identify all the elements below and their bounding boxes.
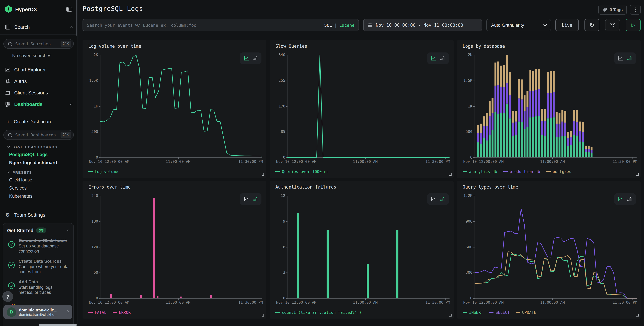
sidebar-dashboard-postgresql-logs[interactable]: PostgreSQL Logs	[9, 152, 48, 157]
legend-item[interactable]: INSERT	[462, 310, 483, 315]
bar-chart-icon[interactable]	[440, 56, 445, 61]
chart-type-toggle[interactable]	[427, 53, 449, 64]
checklist-item[interactable]: Create Data Sources Configure where your…	[7, 259, 69, 274]
checklist-item-title: Create Data Sources	[18, 259, 69, 264]
saved-searches-pill[interactable]: ⌘K	[4, 39, 74, 49]
legend-item[interactable]: production_db	[503, 169, 540, 174]
filter-edit-icon	[610, 22, 615, 28]
sidebar-item-chart-explorer[interactable]: Chart Explorer	[0, 64, 77, 76]
event-search-box[interactable]: SQL | Lucene	[82, 19, 359, 31]
chevron-up-icon[interactable]	[66, 229, 70, 233]
user-menu[interactable]: D dominic.tran@clic... dominic.tran@clic…	[4, 305, 72, 319]
y-axis-tick-label: 0	[470, 296, 472, 300]
x-axis-tick-label: 11:30:00 PM	[426, 300, 450, 305]
bar-chart-icon[interactable]	[440, 196, 445, 202]
chart-legend: countIf(like(arr..ation failed%'))	[276, 310, 362, 315]
user-name: dominic.tran@clic...	[19, 308, 58, 312]
sidebar-item-dashboards[interactable]: Dashboards	[0, 99, 77, 110]
lucene-mode-toggle[interactable]: Lucene	[339, 23, 354, 28]
legend-item[interactable]: Log volume	[88, 169, 118, 174]
chart-title: Query types over time	[462, 184, 518, 190]
sql-mode-toggle[interactable]: SQL	[324, 23, 332, 28]
chart-card-logs-by-database: Logs by database 2K1.5K1K5000Nov 10 12:0…	[457, 40, 640, 178]
more-options-button[interactable]	[630, 5, 640, 15]
chart-type-toggle[interactable]	[427, 193, 449, 205]
sidebar-preset-services[interactable]: Services	[9, 185, 27, 191]
line-chart-icon[interactable]	[431, 56, 436, 61]
plot-area: 2K1.5K1K5000Nov 10 12:00:00 AM11:00:00 A…	[100, 55, 262, 158]
bar-chart-icon[interactable]	[627, 56, 632, 61]
bar-chart-icon[interactable]	[627, 196, 632, 202]
sidebar-preset-kubernetes[interactable]: Kubernetes	[9, 194, 32, 199]
collapse-sidebar-icon[interactable]	[66, 7, 72, 12]
legend-item[interactable]: countIf(like(arr..ation failed%'))	[276, 310, 362, 315]
line-chart-icon[interactable]	[431, 196, 436, 202]
saved-dashboards-input[interactable]	[15, 132, 58, 137]
sidebar-item-search[interactable]: Search	[0, 23, 77, 31]
line-chart-icon[interactable]	[618, 56, 624, 61]
plot-area: 2K1.5K1K5000Nov 10 12:00:00 AM11:00:00 A…	[474, 55, 636, 158]
checklist-item[interactable]: Connect to ClickHouse Set up your databa…	[7, 238, 69, 254]
granularity-value: Auto Granularity	[491, 23, 524, 28]
live-button[interactable]: Live	[556, 19, 579, 31]
resize-handle[interactable]	[262, 314, 264, 316]
filter-button[interactable]	[605, 19, 620, 31]
legend-item[interactable]: UPDATE	[516, 310, 536, 315]
checklist-item-subtitle: Start sending logs, metrics, or traces	[18, 285, 69, 295]
bar-chart-icon[interactable]	[253, 56, 258, 61]
saved-searches-input[interactable]	[15, 41, 58, 46]
line-chart-icon[interactable]	[618, 196, 624, 202]
chevron-up-icon[interactable]	[70, 103, 73, 107]
legend-item[interactable]: analytics_db	[462, 169, 497, 174]
tags-button[interactable]: 0 Tags	[598, 5, 627, 15]
plot-area: 340255170850Nov 10 12:00:00 AM11:00:00 A…	[287, 55, 450, 158]
sidebar-preset-clickhouse[interactable]: ClickHouse	[9, 177, 32, 182]
bar-chart-icon[interactable]	[253, 196, 258, 202]
section-label: PRESETS	[12, 170, 32, 174]
sidebar-dashboard-nginx-logs[interactable]: Nginx logs dashboard	[9, 160, 57, 165]
chart-type-toggle[interactable]	[614, 193, 636, 205]
resize-handle[interactable]	[449, 314, 452, 316]
time-range-picker[interactable]: Nov 10 00:00:00 - Nov 11 00:00:00	[363, 19, 482, 31]
run-query-button[interactable]: ▷	[626, 19, 640, 31]
line-chart-icon[interactable]	[244, 56, 249, 61]
refresh-button[interactable]: ↻	[584, 19, 599, 31]
legend-item[interactable]: postgres	[546, 169, 572, 174]
x-axis-tick-label: Nov 10 12:00:00 AM	[276, 159, 316, 164]
resize-handle[interactable]	[262, 173, 264, 176]
check-circle-icon	[8, 261, 15, 274]
brand: HyperDX	[0, 0, 77, 13]
legend-item[interactable]: ERROR	[112, 310, 130, 315]
legend-item[interactable]: FATAL	[88, 310, 106, 315]
x-axis-tick-label: 11:30:00 PM	[426, 159, 450, 164]
chart-title: Slow Queries	[276, 44, 307, 49]
sidebar-item-alerts[interactable]: Alerts	[0, 76, 77, 87]
sidebar-vertical-scrollbar[interactable]	[76, 0, 77, 36]
sidebar-horizontal-scrollbar[interactable]	[39, 324, 77, 326]
line-chart-icon[interactable]	[244, 196, 249, 202]
section-presets[interactable]: PRESETS	[8, 170, 77, 174]
chart-type-toggle[interactable]	[614, 53, 636, 64]
no-saved-searches-text: No saved searches	[12, 53, 77, 58]
help-button[interactable]: ?	[2, 291, 13, 302]
event-search-input[interactable]	[87, 23, 322, 28]
checklist-item-title: Connect to ClickHouse	[18, 238, 69, 243]
sidebar-item-client-sessions[interactable]: Client Sessions	[0, 87, 77, 99]
resize-handle[interactable]	[449, 173, 452, 176]
chart-type-toggle[interactable]	[240, 193, 262, 205]
granularity-select[interactable]: Auto Granularity	[486, 19, 551, 31]
chart-type-toggle[interactable]	[240, 53, 262, 64]
legend-item[interactable]: Queries over 1000 ms	[276, 169, 329, 174]
resize-handle[interactable]	[636, 173, 638, 176]
create-dashboard-button[interactable]: + Create Dashboard	[0, 118, 77, 126]
hyperdx-logo-icon	[5, 6, 12, 13]
plot-area: 1.2K9006003000Nov 10 12:00:00 AM11:00:00…	[474, 196, 636, 298]
legend-item[interactable]: SELECT	[489, 310, 510, 315]
checklist-item[interactable]: Add Data Start sending logs, metrics, or…	[7, 279, 69, 295]
saved-dashboards-pill[interactable]: ⌘K	[4, 130, 74, 140]
resize-handle[interactable]	[636, 314, 638, 316]
chevron-up-icon[interactable]	[70, 26, 73, 30]
sidebar-item-team-settings[interactable]: ⚙ Team Settings	[0, 211, 77, 219]
y-axis-tick-label: 255	[278, 78, 285, 83]
section-saved-dashboards[interactable]: SAVED DASHBOARDS	[8, 145, 77, 149]
